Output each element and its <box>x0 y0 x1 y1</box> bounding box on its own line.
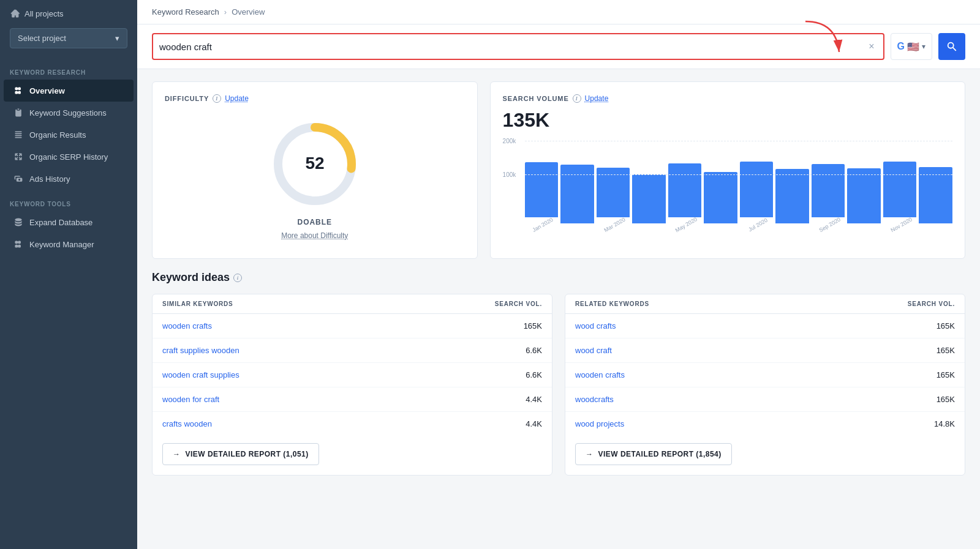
similar-keyword-vol-2: 6.6K <box>481 370 542 379</box>
main-content: Keyword Research › Overview × G 🇺🇸 ▾ <box>137 0 980 549</box>
sidebar-ads-history-label: Ads History <box>29 174 70 184</box>
sidebar-item-expand-database[interactable]: Expand Database <box>4 211 134 233</box>
search-button[interactable] <box>938 33 965 60</box>
related-keywords-view-report-button[interactable]: → VIEW DETAILED REPORT (1,854) <box>575 443 732 465</box>
similar-keyword-row-3: wooden for craft4.4K <box>153 387 552 412</box>
sidebar-organic-results-label: Organic Results <box>29 130 86 140</box>
search-volume-info-icon[interactable]: i <box>573 94 581 103</box>
similar-keyword-link-1[interactable]: craft supplies wooden <box>162 346 481 355</box>
related-keyword-row-3: woodcrafts165K <box>565 387 965 412</box>
search-bar-area: × G 🇺🇸 ▾ <box>137 24 980 69</box>
bar-group-5 <box>704 172 737 228</box>
breadcrumb-separator: › <box>224 7 227 17</box>
all-projects-label: All projects <box>24 9 64 18</box>
bar-group-2: Mar 2020 <box>597 168 630 228</box>
gridline-100k <box>525 174 952 175</box>
bar-0 <box>525 162 559 217</box>
search-volume-update-link[interactable]: Update <box>585 94 609 103</box>
bar-group-11 <box>919 167 952 228</box>
keyword-manager-icon <box>13 239 23 249</box>
sidebar-item-keyword-suggestions[interactable]: Keyword Suggestions <box>4 102 134 124</box>
breadcrumb-current: Overview <box>232 7 265 17</box>
overview-icon <box>13 86 23 95</box>
difficulty-panel-label: DIFFICULTY i Update <box>165 94 465 103</box>
related-keywords-rows: wood crafts165Kwood craft165Kwooden craf… <box>565 314 965 436</box>
related-keyword-link-2[interactable]: wooden crafts <box>575 370 894 379</box>
difficulty-panel: DIFFICULTY i Update 52 DOABLE More about… <box>152 81 478 259</box>
keyword-tools-section-label: KEYWORD TOOLS <box>0 190 137 211</box>
similar-keyword-vol-3: 4.4K <box>481 395 542 404</box>
similar-keyword-link-2[interactable]: wooden craft supplies <box>162 370 481 379</box>
related-keyword-row-0: wood crafts165K <box>565 314 965 338</box>
similar-keywords-view-report-button[interactable]: → VIEW DETAILED REPORT (1,051) <box>162 443 319 465</box>
donut-container: 52 DOABLE More about Difficulty <box>165 103 465 246</box>
related-keyword-link-3[interactable]: woodcrafts <box>575 395 894 404</box>
similar-report-arrow-icon: → <box>173 450 180 458</box>
sidebar-keyword-manager-label: Keyword Manager <box>29 240 94 249</box>
search-volume-label-text: SEARCH VOLUME <box>503 95 569 102</box>
sidebar-item-ads-history[interactable]: Ads History <box>4 168 134 190</box>
difficulty-info-icon[interactable]: i <box>213 94 221 103</box>
search-input[interactable] <box>159 42 866 52</box>
bar-group-10: Nov 2020 <box>883 162 917 228</box>
related-keyword-link-4[interactable]: wood projects <box>575 419 894 428</box>
bar-group-8: Sep 2020 <box>812 164 845 228</box>
chevron-down-icon: ▾ <box>115 34 119 43</box>
keyword-ideas-info-icon[interactable]: i <box>233 274 242 282</box>
difficulty-label-text: DIFFICULTY <box>165 95 209 102</box>
bar-label-2: Mar 2020 <box>603 216 626 233</box>
search-engine-selector[interactable]: G 🇺🇸 ▾ <box>891 33 932 60</box>
y-label-200k: 200k <box>503 138 516 144</box>
bar-7 <box>775 169 809 223</box>
bar-10 <box>883 162 917 217</box>
similar-keywords-table: SIMILAR KEYWORDS SEARCH VOL. wooden craf… <box>152 294 552 476</box>
expand-database-icon <box>13 217 23 227</box>
related-keyword-vol-0: 165K <box>894 321 955 331</box>
search-clear-button[interactable]: × <box>866 41 876 52</box>
similar-keywords-rows: wooden crafts165Kcraft supplies wooden6.… <box>153 314 552 436</box>
similar-report-label: VIEW DETAILED REPORT (1,051) <box>185 450 308 458</box>
similar-keyword-link-0[interactable]: wooden crafts <box>162 321 481 331</box>
keyword-ideas-title: Keyword ideas i <box>152 271 965 284</box>
bar-11 <box>919 167 952 223</box>
all-projects-link[interactable]: All projects <box>0 0 137 24</box>
keyword-ideas-section: Keyword ideas i SIMILAR KEYWORDS SEARCH … <box>137 271 980 488</box>
bar-3 <box>632 174 666 223</box>
search-volume-panel-label: SEARCH VOLUME i Update <box>503 94 952 103</box>
search-volume-panel: SEARCH VOLUME i Update 135K 200k 100k Ja… <box>490 81 965 259</box>
sidebar-item-overview[interactable]: Overview <box>4 80 134 102</box>
breadcrumb-parent[interactable]: Keyword Research <box>152 7 219 17</box>
project-select[interactable]: Select project ▾ <box>10 28 127 48</box>
bar-1 <box>560 165 594 223</box>
search-input-wrapper: × <box>152 33 884 60</box>
bar-5 <box>704 172 737 223</box>
related-keyword-row-1: wood craft165K <box>565 338 965 363</box>
top-panels: DIFFICULTY i Update 52 DOABLE More about… <box>137 69 980 271</box>
bar-2 <box>597 168 630 217</box>
difficulty-donut-chart: 52 <box>266 115 364 213</box>
similar-keyword-vol-0: 165K <box>481 321 542 331</box>
bar-9 <box>847 168 881 223</box>
sidebar-item-organic-results[interactable]: Organic Results <box>4 124 134 146</box>
similar-keyword-link-3[interactable]: wooden for craft <box>162 395 481 404</box>
donut-descriptor: DOABLE <box>298 218 332 226</box>
related-keyword-vol-2: 165K <box>894 370 955 379</box>
related-keyword-row-2: wooden crafts165K <box>565 363 965 387</box>
bar-group-3 <box>632 174 666 228</box>
related-keyword-vol-4: 14.8K <box>894 419 955 428</box>
sidebar-item-keyword-manager[interactable]: Keyword Manager <box>4 233 134 255</box>
svg-text:52: 52 <box>305 154 324 173</box>
similar-keywords-col-label: SIMILAR KEYWORDS <box>162 301 481 307</box>
more-about-difficulty-link[interactable]: More about Difficulty <box>281 231 348 240</box>
organic-results-icon <box>13 130 23 140</box>
related-keyword-vol-1: 165K <box>894 346 955 355</box>
similar-keyword-link-4[interactable]: crafts wooden <box>162 419 481 428</box>
related-keyword-link-1[interactable]: wood craft <box>575 346 894 355</box>
gridline-200k <box>525 141 952 141</box>
related-keyword-link-0[interactable]: wood crafts <box>575 321 894 331</box>
related-report-arrow-icon: → <box>586 450 593 458</box>
search-volume-chart: 200k 100k Jan 2020Mar 2020May 2020Jul 20… <box>503 138 952 242</box>
similar-keyword-vol-4: 4.4K <box>481 419 542 428</box>
sidebar-item-organic-serp-history[interactable]: Organic SERP History <box>4 146 134 168</box>
difficulty-update-link[interactable]: Update <box>225 94 249 103</box>
